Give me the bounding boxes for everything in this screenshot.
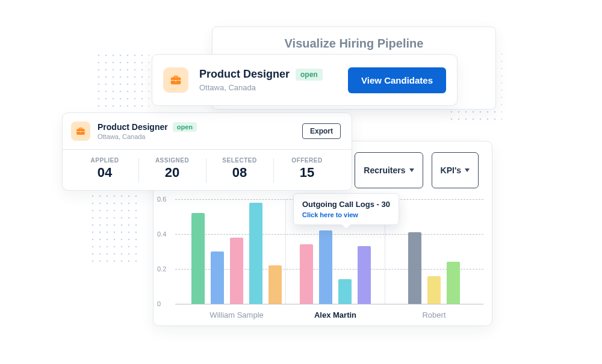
chart-y-tick: 0 xyxy=(157,300,161,307)
stat-label: APPLIED xyxy=(71,157,138,164)
stat-value: 08 xyxy=(206,165,273,180)
chart-x-label[interactable]: William Sample xyxy=(187,310,286,319)
recruiters-filter[interactable]: Recruiters xyxy=(355,152,423,188)
chevron-down-icon xyxy=(465,168,470,172)
stat-label: OFFERED xyxy=(273,157,341,164)
chart-bar[interactable] xyxy=(268,265,282,304)
stats-row: APPLIED 04 ASSIGNED 20 SELECTED 08 OFFER… xyxy=(71,153,341,184)
summary-job-title: Product Designer xyxy=(98,122,168,132)
chart-bar[interactable] xyxy=(427,276,441,304)
chart-bar[interactable] xyxy=(191,213,205,304)
chart-bar[interactable] xyxy=(319,230,332,304)
job-location: Ottawa, Canada xyxy=(199,83,337,92)
stat-value: 15 xyxy=(273,165,341,180)
briefcase-icon xyxy=(71,122,90,141)
chart-bar[interactable] xyxy=(230,238,243,304)
kpis-filter[interactable]: KPI's xyxy=(432,152,479,188)
stat-applied: APPLIED 04 xyxy=(71,153,138,184)
decorative-dots xyxy=(89,193,142,265)
job-info: Product Designer open Ottawa, Canada xyxy=(199,68,337,92)
chart-x-labels: William SampleAlex MartinRobert xyxy=(187,310,483,319)
chart-bar[interactable] xyxy=(338,279,352,304)
chart-area: 00.20.40.6William SampleAlex MartinRober… xyxy=(154,193,492,325)
stat-value: 04 xyxy=(71,165,138,180)
chart-y-tick: 0.2 xyxy=(157,265,166,273)
filter-label: KPI's xyxy=(441,165,461,175)
divider xyxy=(63,149,352,150)
view-candidates-button[interactable]: View Candidates xyxy=(348,67,446,93)
stat-label: ASSIGNED xyxy=(138,157,206,164)
stat-selected: SELECTED 08 xyxy=(206,153,273,184)
summary-job-location: Ottawa, Canada xyxy=(98,133,295,140)
chart-bar[interactable] xyxy=(300,244,313,304)
stat-offered: OFFERED 15 xyxy=(273,153,341,184)
job-status-badge: open xyxy=(296,69,323,81)
filter-label: Recruiters xyxy=(364,165,405,175)
tooltip-link[interactable]: Click here to view xyxy=(302,211,390,218)
chevron-down-icon xyxy=(409,168,414,172)
briefcase-icon xyxy=(163,67,188,93)
chart-bar[interactable] xyxy=(249,203,262,304)
job-title: Product Designer xyxy=(199,68,290,81)
chart-y-tick: 0.4 xyxy=(157,230,166,238)
job-card: Product Designer open Ottawa, Canada Vie… xyxy=(152,54,458,106)
summary-status-badge: open xyxy=(173,122,197,132)
chart-tooltip: Outgoing Call Logs - 30Click here to vie… xyxy=(293,193,399,225)
chart-group xyxy=(187,199,285,304)
decorative-dots xyxy=(95,52,149,110)
stat-assigned: ASSIGNED 20 xyxy=(138,153,206,184)
chart-gridline xyxy=(175,304,483,304)
chart-bar[interactable] xyxy=(408,232,421,304)
job-summary-card: Product Designer open Ottawa, Canada Exp… xyxy=(62,113,352,191)
chart-x-label[interactable]: Robert xyxy=(385,310,483,319)
chart-y-tick: 0.6 xyxy=(157,196,166,203)
stat-label: SELECTED xyxy=(206,157,273,164)
banner-title: Visualize Hiring Pipeline xyxy=(285,37,424,51)
chart-bar[interactable] xyxy=(358,246,371,304)
chart-bar[interactable] xyxy=(447,262,460,304)
tooltip-title: Outgoing Call Logs - 30 xyxy=(302,200,390,209)
chart-group xyxy=(385,199,483,304)
chart-bar[interactable] xyxy=(211,251,224,304)
export-button[interactable]: Export xyxy=(302,123,341,139)
chart-x-label[interactable]: Alex Martin xyxy=(286,310,385,319)
stat-value: 20 xyxy=(138,165,206,180)
